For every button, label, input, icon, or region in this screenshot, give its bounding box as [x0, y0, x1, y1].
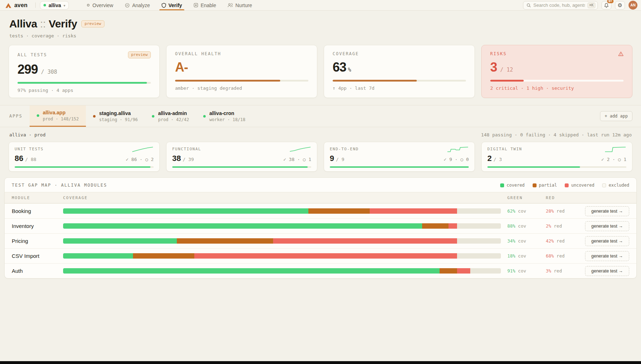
legend-covered: covered: [500, 183, 525, 188]
generate-test-button[interactable]: generate test →: [585, 266, 629, 276]
app-tab-alliva-app[interactable]: alliva.app prod · 148/152: [30, 105, 86, 127]
brand-name: aven: [14, 2, 27, 9]
nav-label: Analyze: [132, 2, 150, 8]
coverage-foot: ↑ 4pp · last 7d: [333, 85, 466, 91]
red-pct: 68% red: [546, 253, 579, 259]
red-pct: 3% red: [546, 268, 579, 274]
aven-logo-icon: [5, 2, 12, 8]
page-title: Alliva :: Verify: [9, 18, 77, 30]
nav-verify[interactable]: Verify: [156, 0, 188, 10]
red-pct: 2% red: [546, 223, 579, 229]
bell-icon: [604, 3, 609, 8]
suite-stats: ✓ 2 · ○ 1: [601, 157, 626, 162]
legend-uncovered: uncovered: [565, 183, 594, 188]
user-avatar[interactable]: AN: [629, 1, 637, 10]
trend-sparkline: [447, 146, 469, 153]
progress-track: [333, 80, 466, 82]
green-pct: 18% cov: [507, 253, 539, 259]
shield-icon: [161, 3, 166, 8]
progress-track: [175, 80, 308, 82]
legend-excluded: excluded: [602, 183, 629, 188]
trend-sparkline: [132, 146, 154, 153]
green-pct: 62% cov: [507, 208, 539, 214]
generate-test-button[interactable]: generate test →: [585, 206, 629, 216]
end-to-end-card: END-TO-END 9/ 9 ✓ 9 · ○ 0: [324, 142, 475, 172]
overall-health-card: OVERALL HEALTH A- amber · staging degrad…: [166, 45, 317, 98]
nav-nurture[interactable]: Nurture: [222, 0, 258, 10]
green-pct: 91% cov: [507, 268, 539, 274]
coverage-card: COVERAGE 63 % ↑ 4pp · last 7d: [324, 45, 475, 98]
app-tab-alliva-cron[interactable]: alliva-cron worker · 18/18: [196, 105, 252, 127]
risks-value: 3: [490, 60, 497, 75]
apps-tabbar: APPS alliva.app prod · 148/152 staging.a…: [0, 105, 641, 127]
nav-label: Verify: [169, 2, 182, 8]
all-tests-denominator: / 308: [41, 69, 57, 75]
suite-value: 38/ 39: [172, 154, 194, 163]
progress-fill: [17, 82, 147, 84]
suite-label: FUNCTIONAL: [172, 146, 201, 151]
generate-test-button[interactable]: generate test →: [585, 221, 629, 231]
notifications-button[interactable]: 9+: [601, 1, 611, 10]
progress-track: [17, 82, 151, 84]
health-grade: A-: [175, 60, 188, 75]
suite-value: 9/ 9: [330, 154, 344, 163]
page-header: Alliva :: Verify preview tests · coverag…: [0, 11, 641, 43]
brand: aven: [5, 0, 31, 10]
covered-swatch: [500, 183, 504, 187]
risks-foot: 2 critical · 1 high · security: [490, 85, 624, 91]
functional-card: FUNCTIONAL 38/ 39 ✓ 38 · ○ 1: [166, 142, 317, 172]
app-name: staging.alliva: [99, 110, 138, 116]
progress-fill: [333, 80, 417, 82]
excluded-swatch: [602, 183, 606, 187]
app-status-dot: [203, 115, 206, 118]
gear-icon: ⚙: [617, 2, 622, 8]
table-row-pricing: Pricing 34% cov 42% red generate test →: [5, 233, 636, 248]
card-label: OVERALL HEALTH: [175, 51, 221, 56]
red-pct: 42% red: [546, 238, 579, 244]
generate-test-button[interactable]: generate test →: [585, 236, 629, 246]
suite-stats: ✓ 9 · ○ 0: [444, 157, 469, 162]
project-selector[interactable]: alliva ▾: [40, 1, 69, 10]
chevron-down-icon: ▾: [63, 4, 65, 7]
nav-label: Enable: [201, 2, 216, 8]
all-tests-card: ALL TESTS preview 299 / 308 97% passing …: [9, 45, 160, 98]
nav-overview[interactable]: Overview: [81, 0, 119, 10]
preview-badge: preview: [128, 51, 151, 58]
global-search[interactable]: ⌘K: [523, 1, 598, 10]
search-input[interactable]: [533, 2, 585, 8]
app-sub: prod · 148/152: [43, 116, 79, 121]
settings-button[interactable]: ⚙: [615, 1, 625, 10]
app-tab-alliva-admin[interactable]: alliva-admin prod · 42/42: [145, 105, 196, 127]
table-row-inventory: Inventory 88% cov 2% red generate test →: [5, 218, 636, 233]
nav-analyze[interactable]: Analyze: [119, 0, 156, 10]
progress-fill: [172, 166, 308, 168]
main-nav: Overview Analyze Verify Enable Nurture: [81, 0, 258, 10]
trend-sparkline: [604, 146, 626, 153]
people-icon: [227, 3, 233, 7]
project-name: alliva: [48, 2, 61, 8]
nav-enable[interactable]: Enable: [188, 0, 222, 10]
project-status-dot: [43, 4, 46, 6]
app-name: alliva-admin: [158, 110, 189, 116]
preview-badge: preview: [81, 20, 104, 27]
nav-label: Nurture: [235, 2, 252, 8]
suite-stats: ✓ 38 · ○ 1: [283, 157, 311, 162]
card-label: RISKS: [490, 51, 507, 56]
app-tab-staging-alliva[interactable]: staging.alliva staging · 91/96: [86, 105, 145, 127]
coverage-stackbar: [63, 253, 501, 259]
legend-partial: partial: [533, 183, 557, 188]
analyze-icon: [125, 3, 130, 8]
card-label: ALL TESTS: [17, 52, 47, 57]
coverage-stackbar: [63, 268, 501, 274]
test-gap-map-panel: TEST GAP MAP · ALLIVA MODULES covered pa…: [4, 177, 637, 279]
coverage-stackbar: [63, 238, 501, 244]
add-app-button[interactable]: + add app: [600, 111, 632, 121]
legend: covered partial uncovered excluded: [500, 183, 629, 188]
generate-test-button[interactable]: generate test →: [585, 251, 629, 261]
progress-fill: [175, 80, 280, 82]
progress-fill: [330, 166, 469, 168]
warning-triangle-icon: [618, 51, 624, 56]
app-status-dot: [152, 115, 154, 118]
table-row-auth: Auth 91% cov 3% red generate test →: [5, 263, 636, 278]
module-name: Inventory: [12, 223, 57, 229]
